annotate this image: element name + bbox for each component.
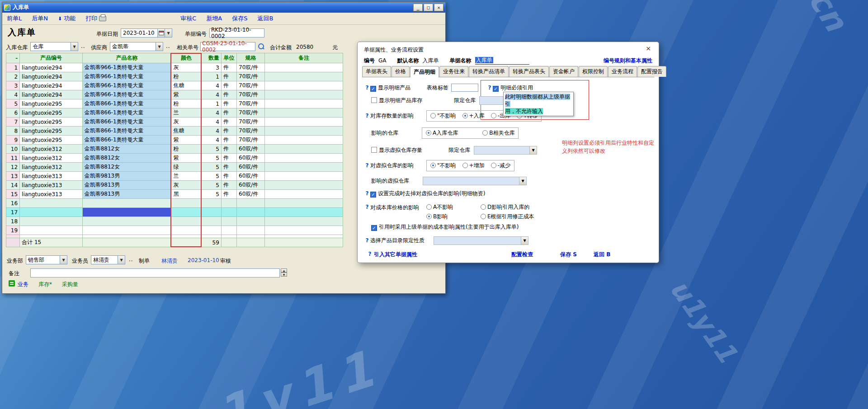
tab-permission[interactable]: 权限控制 [579,66,608,77]
maximize-button[interactable]: □ [424,4,433,11]
chevron-down-icon[interactable]: ▼ [529,146,537,154]
show-stock-checkbox[interactable]: 显示明细产品库存 [371,97,422,104]
clerk-more-button[interactable]: .. [129,256,133,263]
clerk-label: 业务员 [72,257,88,265]
limit-warehouse-label: 限定仓库 [454,97,476,104]
dialog-save-button[interactable]: 保存 S [560,251,577,259]
radio-cost-ref-in[interactable]: D影响引用入库的 [481,203,534,211]
import-properties-link[interactable]: 引入其它单据属性 [374,251,417,259]
next-doc-button[interactable]: 后单N [32,14,48,23]
col-header-code[interactable]: 产品编号 [20,53,83,63]
tab-purchase[interactable]: 采购量 [62,281,78,288]
chevron-down-icon[interactable]: ▼ [60,256,67,264]
radio-stock-in[interactable]: +入库 [462,112,485,120]
col-header-unit[interactable]: 单位 [221,53,236,63]
chevron-down-icon[interactable]: ▼ [156,42,163,51]
clerk-select[interactable]: 林清贵 ▼ [91,255,125,264]
col-header-name[interactable]: 产品名称 [82,53,171,63]
prev-doc-button[interactable]: 前单L [7,14,22,23]
total-qty: 59 [201,238,221,247]
radio-related-warehouse[interactable]: B相关仓库 [482,129,514,137]
warehouse-select[interactable]: 仓库 ▼ [30,42,78,51]
checkbox-checked-icon: ✓ [370,192,376,197]
radio-virtual-sub[interactable]: -减少 [491,162,510,169]
must-ref-checkbox[interactable]: ✓明细必须引用 [493,84,533,92]
radio-cost-none[interactable]: A不影响 [426,203,481,211]
chevron-down-icon[interactable]: ▼ [519,177,526,185]
tab-business-contacts[interactable]: 业务往来 [439,66,468,77]
tab-workflow[interactable]: 业务流程 [608,66,637,77]
tab-config-report[interactable]: 配置报告 [637,66,666,77]
numbering-rule-link[interactable]: 编号规则和基本属性 [604,57,652,65]
table-row-empty: 19 [6,226,343,235]
audit-button[interactable]: 审核C [180,14,196,23]
supplier-more-button[interactable]: .. [166,43,170,49]
radio-cost-fix[interactable]: E根据引用修正成本 [481,213,534,221]
tab-product-detail[interactable]: 产品明细 [410,66,439,77]
virtual-warehouse-select[interactable]: ▼ [423,177,527,185]
table-header-row: - 产品编号 产品名称 颜色 数量 单位 规格 备注 [6,53,343,63]
table-row: 15liangtuoxie313金凯蒂9813男黑5件60双/件 [6,190,343,199]
col-header-color[interactable]: 颜色 [171,53,201,63]
chevron-down-icon[interactable]: ▼ [521,237,528,244]
tab-stock[interactable]: 库存* [38,281,52,288]
warehouse-more-button[interactable]: .. [81,43,85,49]
back-button[interactable]: 返回B [257,14,273,23]
maker-date: 2023-01-10 [188,257,219,263]
col-header-remark[interactable]: 备注 [265,53,343,63]
close-button[interactable]: ✕ [434,4,443,11]
col-header-index[interactable]: - [6,53,20,63]
show-virtual-checkbox[interactable]: 显示虚拟仓库存量 [371,146,422,154]
remark-input[interactable] [30,268,280,277]
limit-warehouse2-select[interactable]: ▼ [474,146,537,155]
help-icon[interactable]: ? [364,190,370,197]
chevron-down-icon[interactable]: ▼ [165,29,172,37]
date-input[interactable]: 2023-01-10 ▼ [121,28,172,38]
doc-name-input[interactable]: 入库单 [475,56,529,65]
dept-select[interactable]: 销售部 ▼ [26,255,67,264]
related-no-input[interactable]: CGSM-23-01-10-0002 [200,42,255,51]
col-header-qty[interactable]: 数量 [201,53,221,63]
save-button[interactable]: 保存S [232,14,247,23]
radio-inbound-warehouse[interactable]: A入库仓库 [426,129,458,137]
search-icon[interactable] [257,42,265,51]
warehouse-label: 入库仓库 [6,44,28,52]
radio-no-effect[interactable]: "不影响 [430,112,456,120]
add-button[interactable]: 新增A [206,14,222,23]
help-icon[interactable]: ? [367,251,373,257]
config-check-link[interactable]: 配置检查 [511,251,533,259]
radio-virtual-add[interactable]: +增加 [462,162,485,169]
remark-spinner[interactable]: ▲▼ [281,268,287,277]
help-icon[interactable]: ? [364,113,370,119]
dialog-close-icon[interactable]: × [644,45,652,52]
chevron-down-icon[interactable]: ▼ [118,256,125,264]
help-icon[interactable]: ? [364,204,370,210]
radio-cost-effect[interactable]: B影响 [426,213,481,221]
minimize-button[interactable]: _ [413,4,423,11]
help-icon[interactable]: ? [364,85,370,91]
table-label-input[interactable] [451,84,478,92]
tab-fund-account[interactable]: 资金帐户 [549,66,578,77]
show-detail-checkbox[interactable]: ✓显示明细产品 [370,84,410,92]
dialog-body: ? ✓显示明细产品 表格标签 ? ✓明细必须引用 此时明细数据都从上级单据引 用… [358,78,659,263]
tab-convert-list[interactable]: 转换产品清单 [469,66,509,77]
dialog-back-button[interactable]: 返回 B [594,251,610,259]
catalog-select[interactable]: ▼ [434,236,528,245]
col-header-spec[interactable]: 规格 [237,53,265,63]
help-icon[interactable]: ? [364,162,370,169]
tab-business[interactable]: 业务 [18,281,28,288]
function-button[interactable]: ⬇功能 [58,14,75,23]
docno-input[interactable]: RKD-23-01-10-0002 [209,28,264,38]
complete-clear-checkbox[interactable]: ✓设置完成时去掉对虚拟仓库的影响(明细物资) [370,190,485,197]
print-button[interactable]: 打印 [85,14,106,23]
radio-virtual-none[interactable]: "不影响 [430,162,456,169]
help-icon[interactable]: ? [364,237,370,244]
tab-price[interactable]: 价格 [392,66,410,77]
supplier-select[interactable]: 金凯蒂 ▼ [110,42,163,51]
ref-cost-checkbox[interactable]: ✓引用时采用上级单据的成本影响属性(主要用于出库入库单) [371,223,519,231]
calendar-icon[interactable] [157,29,165,37]
help-icon[interactable]: ? [486,85,493,91]
chevron-down-icon[interactable]: ▼ [71,42,78,51]
tab-doc-header[interactable]: 单据表头 [362,66,391,77]
tab-convert-header[interactable]: 转换产品表头 [509,66,549,77]
